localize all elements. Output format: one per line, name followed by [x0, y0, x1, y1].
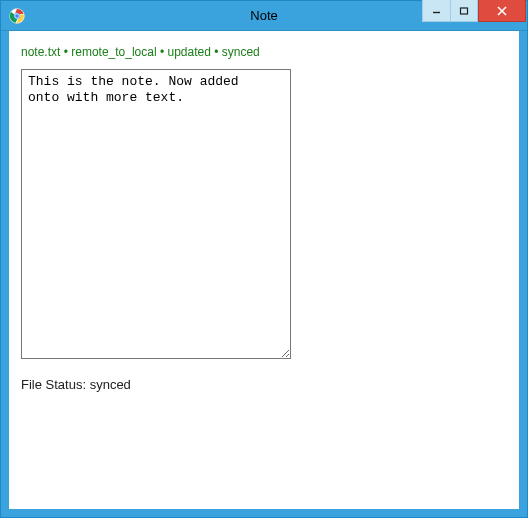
status-direction: remote_to_local — [71, 45, 156, 59]
file-status: File Status: synced — [21, 377, 507, 392]
minimize-button[interactable] — [422, 0, 450, 22]
file-status-label: File Status: — [21, 377, 86, 392]
chrome-icon — [9, 8, 25, 24]
close-icon — [496, 5, 508, 17]
note-editor[interactable] — [21, 69, 291, 359]
app-window: Note note.txt • remote_to_local • update… — [0, 0, 528, 518]
titlebar[interactable]: Note — [1, 1, 527, 31]
status-action: updated — [168, 45, 211, 59]
maximize-icon — [459, 6, 469, 16]
close-button[interactable] — [478, 0, 526, 22]
window-controls — [422, 1, 527, 30]
minimize-icon — [432, 6, 442, 16]
maximize-button[interactable] — [450, 0, 478, 22]
svg-point-2 — [15, 13, 20, 18]
status-filename: note.txt — [21, 45, 60, 59]
svg-rect-4 — [461, 8, 468, 14]
sync-status-line: note.txt • remote_to_local • updated • s… — [21, 45, 507, 59]
file-status-value: synced — [90, 377, 131, 392]
client-area: note.txt • remote_to_local • updated • s… — [1, 31, 527, 517]
status-sync: synced — [222, 45, 260, 59]
